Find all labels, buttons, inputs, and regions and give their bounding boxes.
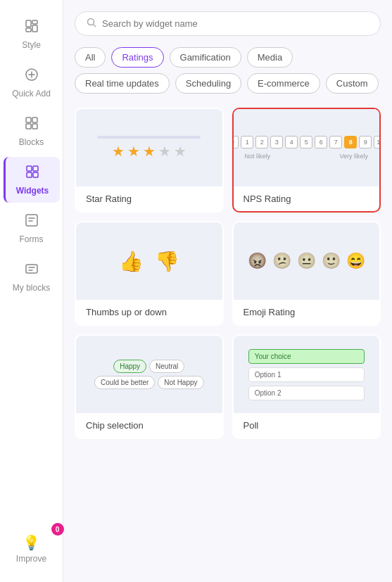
chip-sel-could-be-better: Could be better: [94, 376, 155, 389]
svg-rect-1: [26, 28, 31, 32]
filter-chip-gamification[interactable]: Gamification: [170, 47, 241, 68]
improve-badge-count: 0: [51, 523, 64, 536]
emoji-3: 😐: [297, 252, 316, 270]
svg-rect-5: [26, 118, 31, 122]
svg-rect-8: [32, 124, 37, 129]
sidebar-item-widgets[interactable]: Widgets: [4, 157, 60, 203]
svg-rect-0: [26, 20, 31, 27]
nps-cell-5: 5: [300, 136, 312, 148]
search-bar: [75, 11, 381, 36]
poll-option-1: Option 1: [248, 367, 365, 382]
forms-icon: [24, 213, 39, 232]
svg-rect-12: [33, 172, 38, 177]
svg-rect-6: [32, 118, 37, 122]
svg-rect-14: [26, 265, 37, 273]
star-5: ★: [174, 143, 186, 160]
sidebar-item-quick-add[interactable]: Quick Add: [4, 60, 60, 106]
poll-option-2: Option 2: [248, 386, 365, 400]
svg-rect-11: [27, 172, 32, 177]
sidebar-item-my-blocks[interactable]: My blocks: [4, 254, 60, 300]
emoji-rating-preview: 😡 😕 😐 🙂 😄: [234, 222, 380, 300]
nps-cell-10: 10: [374, 136, 381, 148]
nps-cell-7: 7: [329, 136, 342, 148]
filter-chip-scheduling[interactable]: Scheduling: [175, 73, 241, 94]
star-1: ★: [112, 143, 125, 160]
sidebar-item-widgets-label: Widgets: [16, 186, 49, 196]
svg-rect-13: [26, 215, 37, 226]
star-2: ★: [127, 143, 140, 160]
sidebar-item-style[interactable]: Style: [4, 11, 60, 57]
nps-cell-3: 3: [270, 136, 283, 148]
sidebar-item-style-label: Style: [22, 40, 41, 50]
star-3: ★: [143, 143, 156, 160]
widget-card-emoji-rating[interactable]: 😡 😕 😐 🙂 😄 Emoji Rating: [232, 221, 381, 326]
thumbs-preview: 👍 👎: [76, 222, 222, 300]
nps-label-low: Not likely: [245, 153, 271, 160]
sidebar: Style Quick Add Blocks Widgets Forms My …: [0, 0, 63, 582]
star-4: ★: [158, 143, 171, 160]
filter-chip-media[interactable]: Media: [247, 47, 293, 68]
chip-sel-not-happy: Not Happy: [158, 376, 203, 389]
widget-card-nps-rating[interactable]: 0 1 2 3 4 5 6 7 8 9 10 Not likely: [232, 108, 381, 213]
emoji-2: 😕: [272, 252, 291, 270]
svg-rect-3: [32, 25, 37, 32]
chip-selection-preview: Happy Neutral Could be better Not Happy: [76, 336, 222, 413]
thumbs-down-icon: 👎: [155, 250, 179, 273]
filter-chip-all[interactable]: All: [75, 47, 106, 68]
search-input[interactable]: [102, 18, 369, 29]
nps-label-high: Very likely: [339, 153, 368, 160]
filter-chips: All Ratings Gamification Media Real time…: [75, 47, 381, 94]
sidebar-item-improve[interactable]: 0 💡 Improve: [4, 527, 60, 571]
svg-rect-7: [26, 124, 31, 129]
improve-icon: 💡: [23, 534, 40, 551]
my-blocks-icon: [24, 261, 39, 280]
search-icon: [87, 18, 96, 30]
filter-chip-ratings[interactable]: Ratings: [111, 47, 163, 68]
thumbs-up-icon: 👍: [119, 250, 144, 273]
sidebar-item-my-blocks-label: My blocks: [13, 283, 50, 293]
chip-sel-neutral: Neutral: [149, 360, 184, 373]
main-content: All Ratings Gamification Media Real time…: [63, 0, 392, 582]
nps-rating-label: NPS Rating: [234, 186, 380, 211]
nps-cell-8: 8: [344, 136, 357, 148]
star-rating-preview: ★ ★ ★ ★ ★: [76, 109, 222, 186]
sidebar-bottom: 0 💡 Improve: [4, 527, 60, 571]
filter-chip-realtime[interactable]: Real time updates: [75, 73, 170, 94]
emoji-5: 😄: [346, 252, 365, 270]
sidebar-item-blocks[interactable]: Blocks: [4, 108, 60, 154]
emoji-1: 😡: [248, 252, 267, 270]
widget-grid: ★ ★ ★ ★ ★ Star Rating 0 1 2: [75, 108, 381, 439]
svg-rect-10: [33, 166, 38, 171]
nps-cell-4: 4: [285, 136, 298, 148]
sidebar-item-quick-add-label: Quick Add: [12, 89, 51, 99]
quick-add-icon: [24, 67, 39, 86]
poll-label: Poll: [234, 413, 380, 438]
widget-card-star-rating[interactable]: ★ ★ ★ ★ ★ Star Rating: [75, 108, 224, 213]
sidebar-item-forms-label: Forms: [20, 234, 44, 244]
blocks-icon: [24, 115, 39, 134]
chip-sel-happy: Happy: [113, 360, 146, 373]
svg-rect-2: [32, 20, 37, 24]
poll-preview: Your choice Option 1 Option 2: [234, 336, 380, 413]
chip-selection-label: Chip selection: [76, 413, 222, 438]
thumbs-label: Thumbs up or down: [76, 300, 222, 324]
nps-cell-6: 6: [315, 136, 327, 148]
poll-option-your-choice: Your choice: [248, 349, 365, 364]
star-rating-label: Star Rating: [76, 186, 222, 211]
sidebar-item-forms[interactable]: Forms: [4, 205, 60, 251]
sidebar-item-improve-label: Improve: [16, 554, 46, 564]
nps-cell-9: 9: [359, 136, 372, 148]
nps-rating-preview: 0 1 2 3 4 5 6 7 8 9 10 Not likely: [234, 109, 380, 186]
widget-card-poll[interactable]: Your choice Option 1 Option 2 Poll: [232, 334, 381, 439]
filter-chip-custom[interactable]: Custom: [326, 73, 379, 94]
emoji-rating-label: Emoji Rating: [234, 300, 380, 324]
widget-card-thumbs[interactable]: 👍 👎 Thumbs up or down: [75, 221, 224, 326]
emoji-4: 🙂: [322, 252, 341, 270]
nps-cell-0: 0: [232, 136, 239, 148]
style-icon: [24, 18, 39, 37]
svg-rect-9: [27, 166, 32, 171]
widget-card-chip-selection[interactable]: Happy Neutral Could be better Not Happy …: [75, 334, 224, 439]
sidebar-item-blocks-label: Blocks: [19, 137, 44, 147]
widgets-icon: [25, 164, 40, 183]
filter-chip-ecommerce[interactable]: E-commerce: [247, 73, 320, 94]
